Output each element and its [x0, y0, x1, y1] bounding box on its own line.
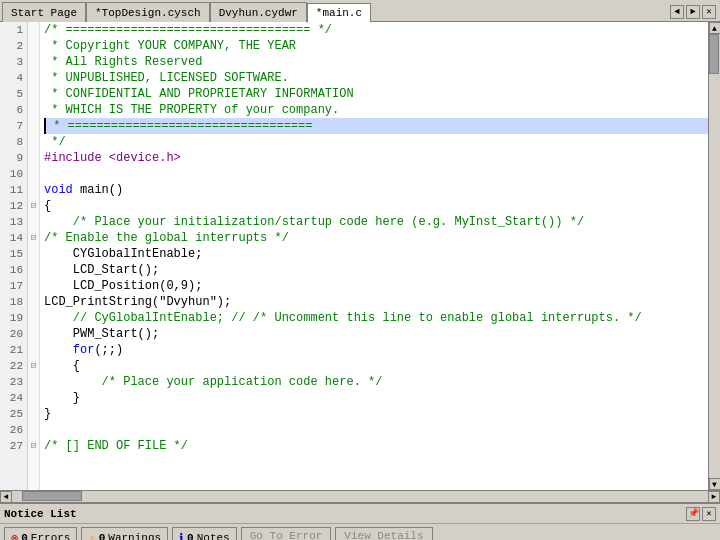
code-line-8: */: [44, 134, 708, 150]
line-num-20: 20: [4, 326, 23, 342]
go-to-error-btn[interactable]: Go To Error: [241, 527, 332, 540]
horizontal-scrollbar: ◄ ►: [0, 490, 720, 502]
warnings-label: Warnings: [108, 532, 161, 540]
fold-13: [28, 214, 39, 230]
line-num-13: 13: [4, 214, 23, 230]
line-num-26: 26: [4, 422, 23, 438]
notes-count: 0: [187, 532, 194, 540]
vertical-scrollbar[interactable]: ▲ ▼: [708, 22, 720, 490]
info-icon: ℹ: [179, 531, 184, 541]
tab-start-page[interactable]: Start Page: [2, 2, 86, 22]
code-line-15: CYGlobalIntEnable;: [44, 246, 708, 262]
fold-26: [28, 422, 39, 438]
scroll-thumb[interactable]: [709, 34, 719, 74]
code-line-14: /* Enable the global interrupts */: [44, 230, 708, 246]
code-line-6: * WHICH IS THE PROPERTY of your company.: [44, 102, 708, 118]
tab-bar: Start Page *TopDesign.cysch Dvyhun.cydwr…: [0, 0, 720, 22]
fold-22[interactable]: ⊟: [28, 358, 39, 374]
line-num-19: 19: [4, 310, 23, 326]
editor-area: 1234567891011121314151617181920212223242…: [0, 22, 720, 490]
code-line-26: [44, 422, 708, 438]
line-num-6: 6: [4, 102, 23, 118]
scroll-down-btn[interactable]: ▼: [709, 478, 721, 490]
code-line-3: * All Rights Reserved: [44, 54, 708, 70]
fold-3: [28, 54, 39, 70]
scroll-track[interactable]: [709, 34, 720, 478]
fold-2: [28, 38, 39, 54]
line-num-21: 21: [4, 342, 23, 358]
notice-pin-btn[interactable]: 📌: [686, 507, 700, 521]
tab-close-btn[interactable]: ✕: [702, 5, 716, 19]
fold-11: [28, 182, 39, 198]
line-num-14: 14: [4, 230, 23, 246]
fold-18: [28, 294, 39, 310]
tab-dvyhun[interactable]: Dvyhun.cydwr: [210, 2, 307, 22]
line-num-2: 2: [4, 38, 23, 54]
code-line-16: LCD_Start();: [44, 262, 708, 278]
code-line-7: * ==================================: [44, 118, 708, 134]
notes-btn[interactable]: ℹ 0 Notes: [172, 527, 237, 540]
fold-25: [28, 406, 39, 422]
warnings-btn[interactable]: ⚠ 0 Warnings: [81, 527, 168, 540]
line-num-27: 27: [4, 438, 23, 454]
fold-24: [28, 390, 39, 406]
code-line-5: * CONFIDENTIAL AND PROPRIETARY INFORMATI…: [44, 86, 708, 102]
code-line-18: LCD_PrintString("Dvyhun");: [44, 294, 708, 310]
fold-12[interactable]: ⊟: [28, 198, 39, 214]
notes-label: Notes: [197, 532, 230, 540]
fold-17: [28, 278, 39, 294]
tab-topdesign[interactable]: *TopDesign.cysch: [86, 2, 210, 22]
line-num-10: 10: [4, 166, 23, 182]
code-line-13: /* Place your initialization/startup cod…: [44, 214, 708, 230]
fold-7: [28, 118, 39, 134]
line-num-3: 3: [4, 54, 23, 70]
fold-14[interactable]: ⊟: [28, 230, 39, 246]
line-num-11: 11: [4, 182, 23, 198]
fold-27[interactable]: ⊟: [28, 438, 39, 454]
notice-title: Notice List: [4, 508, 684, 520]
code-line-19: // CyGlobalIntEnable; // /* Uncomment th…: [44, 310, 708, 326]
hscroll-track[interactable]: [12, 491, 708, 502]
fold-8: [28, 134, 39, 150]
view-details-btn[interactable]: View Details: [335, 527, 432, 540]
code-line-20: PWM_Start();: [44, 326, 708, 342]
fold-10: [28, 166, 39, 182]
code-line-2: * Copyright YOUR COMPANY, THE YEAR: [44, 38, 708, 54]
line-num-5: 5: [4, 86, 23, 102]
notice-close-btn[interactable]: ✕: [702, 507, 716, 521]
tab-main-c[interactable]: *main.c: [307, 3, 371, 23]
code-editor[interactable]: /* ================================== */…: [40, 22, 708, 490]
code-line-22: {: [44, 358, 708, 374]
notice-header: Notice List 📌 ✕: [0, 504, 720, 524]
scroll-up-btn[interactable]: ▲: [709, 22, 721, 34]
code-line-10: [44, 166, 708, 182]
notice-toolbar: ⊗ 0 Errors ⚠ 0 Warnings ℹ 0 Notes Go To …: [0, 524, 720, 540]
fold-20: [28, 326, 39, 342]
line-num-4: 4: [4, 70, 23, 86]
hscroll-right-btn[interactable]: ►: [708, 491, 720, 503]
tab-right-btn[interactable]: ►: [686, 5, 700, 19]
fold-column: ⊟⊟⊟⊟: [28, 22, 40, 490]
hscroll-thumb[interactable]: [22, 491, 82, 501]
code-line-21: for(;;): [44, 342, 708, 358]
tab-left-btn[interactable]: ◄: [670, 5, 684, 19]
errors-btn[interactable]: ⊗ 0 Errors: [4, 527, 77, 540]
code-line-24: }: [44, 390, 708, 406]
tab-controls: ◄ ► ✕: [670, 2, 720, 21]
hscroll-left-btn[interactable]: ◄: [0, 491, 12, 503]
warning-icon: ⚠: [88, 531, 95, 541]
line-num-24: 24: [4, 390, 23, 406]
warning-count: 0: [99, 532, 106, 540]
error-icon: ⊗: [11, 531, 18, 541]
fold-6: [28, 102, 39, 118]
line-num-15: 15: [4, 246, 23, 262]
code-line-25: }: [44, 406, 708, 422]
errors-label: Errors: [31, 532, 71, 540]
fold-15: [28, 246, 39, 262]
line-num-23: 23: [4, 374, 23, 390]
code-line-11: void main(): [44, 182, 708, 198]
fold-9: [28, 150, 39, 166]
line-num-18: 18: [4, 294, 23, 310]
line-num-1: 1: [4, 22, 23, 38]
code-line-4: * UNPUBLISHED, LICENSED SOFTWARE.: [44, 70, 708, 86]
